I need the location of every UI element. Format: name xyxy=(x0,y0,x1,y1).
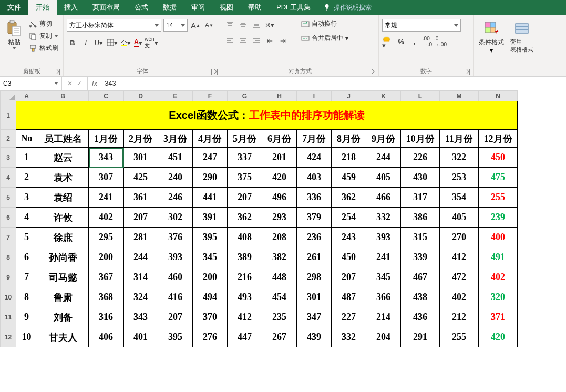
data-cell[interactable]: 337 xyxy=(228,148,262,168)
header-cell[interactable]: 8月份 xyxy=(332,130,366,148)
data-cell[interactable]: 315 xyxy=(401,228,440,247)
data-cell[interactable]: 214 xyxy=(366,307,401,327)
col-head-L[interactable]: L xyxy=(401,91,440,101)
decrease-font-button[interactable]: A▼ xyxy=(203,19,215,31)
data-cell[interactable]: 361 xyxy=(124,188,158,208)
data-cell[interactable]: 401 xyxy=(124,327,158,347)
percent-button[interactable]: % xyxy=(395,36,407,47)
data-cell[interactable]: 281 xyxy=(124,228,158,247)
data-cell[interactable]: 405 xyxy=(440,208,479,228)
data-cell[interactable]: 438 xyxy=(401,287,440,307)
data-cell[interactable]: 290 xyxy=(193,168,228,188)
increase-font-button[interactable]: A▲ xyxy=(190,19,201,31)
data-cell-last[interactable]: 475 xyxy=(479,168,518,188)
data-cell[interactable]: 460 xyxy=(158,267,193,287)
bold-button[interactable]: B xyxy=(67,37,78,48)
data-cell[interactable]: 208 xyxy=(262,228,297,247)
col-head-J[interactable]: J xyxy=(332,91,366,101)
row-head-8[interactable]: 8 xyxy=(1,247,16,267)
data-cell[interactable]: 227 xyxy=(332,307,366,327)
no-cell[interactable]: 5 xyxy=(16,228,37,247)
header-cell[interactable]: 2月份 xyxy=(124,130,158,148)
col-head-F[interactable]: F xyxy=(193,91,228,101)
data-cell[interactable]: 261 xyxy=(297,247,332,267)
border-button[interactable]: ▾ xyxy=(106,37,118,48)
name-cell[interactable]: 孙尚香 xyxy=(37,247,89,267)
header-cell[interactable]: 10月份 xyxy=(401,130,440,148)
data-cell-last[interactable]: 420 xyxy=(479,327,518,347)
data-cell[interactable]: 246 xyxy=(158,188,193,208)
decrease-indent-button[interactable]: ⇤ xyxy=(264,35,275,46)
orientation-button[interactable]: ⤭▾ xyxy=(264,19,275,30)
data-cell[interactable]: 241 xyxy=(366,247,401,267)
data-cell-last[interactable]: 491 xyxy=(479,247,518,267)
data-cell-last[interactable]: 239 xyxy=(479,208,518,228)
data-cell[interactable]: 487 xyxy=(332,287,366,307)
data-cell[interactable]: 395 xyxy=(158,327,193,347)
increase-indent-button[interactable]: ⇥ xyxy=(277,35,289,46)
tab-data[interactable]: 数据 xyxy=(156,0,184,15)
format-painter-button[interactable]: 格式刷 xyxy=(27,43,60,53)
data-cell[interactable]: 339 xyxy=(401,247,440,267)
data-cell-last[interactable]: 371 xyxy=(479,307,518,327)
data-cell[interactable]: 235 xyxy=(262,307,297,327)
cut-button[interactable]: 剪切 xyxy=(27,19,60,29)
data-cell[interactable]: 493 xyxy=(228,287,262,307)
data-cell[interactable]: 405 xyxy=(366,168,401,188)
data-cell[interactable]: 336 xyxy=(297,188,332,208)
data-cell-last[interactable]: 255 xyxy=(479,188,518,208)
comma-button[interactable]: , xyxy=(408,36,420,47)
data-cell[interactable]: 332 xyxy=(332,327,366,347)
name-box[interactable]: C3 xyxy=(0,77,62,90)
phonetic-button[interactable]: wén文▾ xyxy=(146,37,157,48)
tab-layout[interactable]: 页面布局 xyxy=(85,0,127,15)
data-cell[interactable]: 376 xyxy=(158,228,193,247)
data-cell[interactable]: 406 xyxy=(89,327,124,347)
data-cell[interactable]: 425 xyxy=(124,168,158,188)
data-cell[interactable]: 301 xyxy=(124,148,158,168)
data-cell[interactable]: 345 xyxy=(193,247,228,267)
spreadsheet-grid[interactable]: ABCDEFGHIJKLMN1Excel函数公式：工作表中的排序功能解读2No员… xyxy=(0,90,518,347)
data-cell[interactable]: 295 xyxy=(89,228,124,247)
fill-color-button[interactable]: ▾ xyxy=(119,37,131,48)
data-cell[interactable]: 416 xyxy=(158,287,193,307)
data-cell[interactable]: 204 xyxy=(366,327,401,347)
font-size-select[interactable]: 14 xyxy=(163,19,188,32)
header-cell[interactable]: No xyxy=(16,130,37,148)
align-middle-button[interactable] xyxy=(238,19,249,30)
data-cell[interactable]: 354 xyxy=(440,188,479,208)
select-all-corner[interactable] xyxy=(1,91,16,101)
data-cell[interactable]: 293 xyxy=(262,208,297,228)
header-cell[interactable]: 9月份 xyxy=(366,130,401,148)
header-cell[interactable]: 员工姓名 xyxy=(37,130,89,148)
data-cell[interactable]: 302 xyxy=(158,208,193,228)
tab-formula[interactable]: 公式 xyxy=(127,0,156,15)
col-head-C[interactable]: C xyxy=(89,91,124,101)
col-head-G[interactable]: G xyxy=(228,91,262,101)
title-cell[interactable]: Excel函数公式：工作表中的排序功能解读 xyxy=(16,101,518,130)
data-cell[interactable]: 301 xyxy=(297,287,332,307)
tab-pdf[interactable]: PDF工具集 xyxy=(269,0,318,15)
data-cell[interactable]: 402 xyxy=(440,287,479,307)
data-cell[interactable]: 276 xyxy=(193,327,228,347)
align-bottom-button[interactable] xyxy=(251,19,262,30)
no-cell[interactable]: 6 xyxy=(16,247,37,267)
no-cell[interactable]: 1 xyxy=(16,148,37,168)
data-cell[interactable]: 424 xyxy=(297,148,332,168)
no-cell[interactable]: 2 xyxy=(16,168,37,188)
tab-help[interactable]: 帮助 xyxy=(241,0,269,15)
data-cell[interactable]: 332 xyxy=(366,208,401,228)
data-cell[interactable]: 450 xyxy=(332,247,366,267)
data-cell[interactable]: 368 xyxy=(89,287,124,307)
data-cell[interactable]: 254 xyxy=(332,208,366,228)
data-cell[interactable]: 216 xyxy=(228,267,262,287)
header-cell[interactable]: 12月份 xyxy=(479,130,518,148)
tell-me-search[interactable]: 操作说明搜索 xyxy=(323,3,372,12)
no-cell[interactable]: 4 xyxy=(16,208,37,228)
data-cell[interactable]: 386 xyxy=(401,208,440,228)
data-cell[interactable]: 291 xyxy=(401,327,440,347)
tab-view[interactable]: 视图 xyxy=(212,0,241,15)
tab-insert[interactable]: 插入 xyxy=(57,0,85,15)
dialog-launcher-icon[interactable] xyxy=(54,69,60,75)
align-right-button[interactable] xyxy=(251,35,262,46)
